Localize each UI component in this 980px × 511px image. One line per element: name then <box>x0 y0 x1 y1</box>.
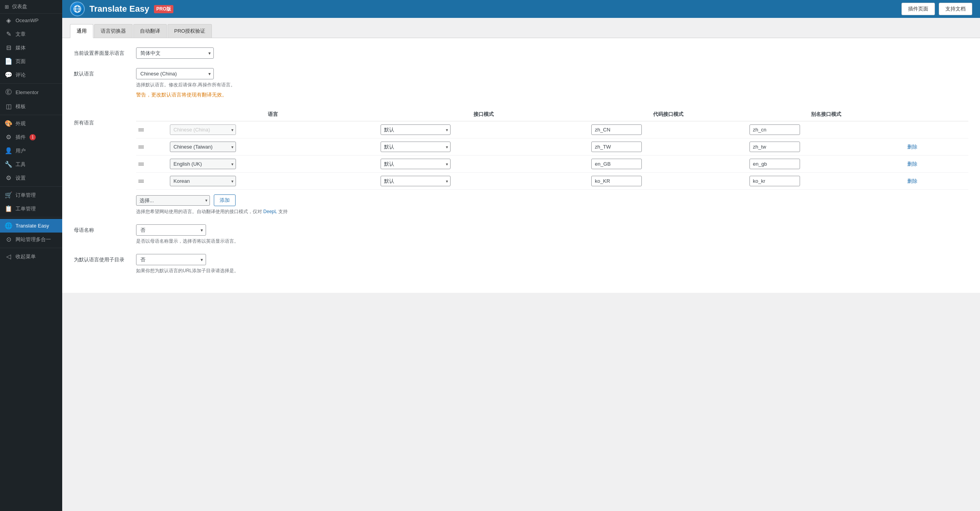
lang-select-wrap-en-gb[interactable]: English (UK) <box>170 159 236 169</box>
default-lang-subdir-select-wrap[interactable]: 否 是 <box>136 254 206 265</box>
sidebar-item-worker[interactable]: 📋 工单管理 <box>0 202 62 215</box>
mode-select-wrap-zh-tw[interactable]: 默认 子目录 域名 <box>381 142 451 152</box>
delete-link-zh-tw[interactable]: 删除 <box>907 144 917 150</box>
code-cell-ko-kr <box>589 173 747 190</box>
users-icon: 👤 <box>5 147 12 154</box>
sidebar-item-oceanwp[interactable]: ◈ OceanWP <box>0 14 62 27</box>
add-lang-hint: 选择您希望网站使用的语言。自动翻译使用的接口模式，仅对 DeepL 支持 <box>136 208 968 215</box>
sidebar-item-comments[interactable]: 💬 评论 <box>0 68 62 82</box>
col-actions <box>905 108 968 121</box>
appearance-icon: 🎨 <box>5 120 12 127</box>
add-lang-select-wrap[interactable]: 选择... <box>136 195 210 206</box>
default-lang-select[interactable]: Chinese (China) Chinese (Taiwan) English… <box>136 68 214 79</box>
sidebar-item-plugins[interactable]: ⚙ 插件 1 <box>0 130 62 144</box>
sidebar-item-users[interactable]: 👤 用户 <box>0 144 62 158</box>
lang-name-cell: Chinese (Taiwan) <box>168 138 378 156</box>
lang-select-wrap-ko-kr[interactable]: Korean <box>170 176 236 186</box>
alias-input-en-gb[interactable] <box>749 159 800 169</box>
display-lang-select[interactable]: 简体中文 English 繁體中文 <box>136 47 214 59</box>
mode-select-ko-kr[interactable]: 默认 子目录 域名 <box>381 176 451 186</box>
native-name-select-wrap[interactable]: 否 是 <box>136 224 206 236</box>
support-doc-button[interactable]: 支持文档 <box>939 3 972 15</box>
lang-select-en-gb[interactable]: English (UK) <box>170 159 236 169</box>
default-lang-warning: 警告，更改默认语言将使现有翻译无效。 <box>136 91 968 98</box>
alias-input-zh-tw[interactable] <box>749 142 800 152</box>
templates-icon: ◫ <box>5 103 12 110</box>
sidebar-item-label: 用户 <box>16 147 26 154</box>
sidebar-item-posts[interactable]: ✎ 文章 <box>0 27 62 41</box>
mode-select-wrap-ko-kr[interactable]: 默认 子目录 域名 <box>381 176 451 186</box>
orders-icon: 🛒 <box>5 191 12 199</box>
native-name-select[interactable]: 否 是 <box>136 224 206 236</box>
sort-handle-cell <box>136 138 168 156</box>
header-right: 插件页面 支持文档 <box>901 3 972 15</box>
sidebar-item-label: 文章 <box>16 31 26 38</box>
deepl-link[interactable]: DeepL <box>263 209 277 214</box>
sort-handle-cell <box>136 156 168 173</box>
header-title: Translate Easy <box>89 4 149 14</box>
sidebar-item-templates[interactable]: ◫ 模板 <box>0 100 62 113</box>
lang-select-zh-cn: Chinese (China) <box>170 124 236 135</box>
sidebar-item-media[interactable]: ⊟ 媒体 <box>0 41 62 54</box>
sort-handle[interactable] <box>138 163 165 166</box>
delete-link-ko-kr[interactable]: 删除 <box>907 178 917 184</box>
mode-select-wrap-en-gb[interactable]: 默认 子目录 域名 <box>381 159 451 169</box>
lang-select-zh-tw[interactable]: Chinese (Taiwan) <box>170 142 236 152</box>
all-languages-control: 语言 接口模式 代码接口模式 别名接口模式 <box>136 108 968 215</box>
code-input-zh-tw <box>591 142 642 152</box>
tab-pro-auth[interactable]: PRO授权验证 <box>168 24 212 38</box>
plugins-badge: 1 <box>30 134 36 140</box>
site-manager-icon: ⊙ <box>5 236 12 243</box>
all-languages-row: 所有语言 语言 接口模式 代码接口模式 别名接口模式 <box>74 108 968 215</box>
mode-select-en-gb[interactable]: 默认 子目录 域名 <box>381 159 451 169</box>
delete-link-en-gb[interactable]: 删除 <box>907 161 917 167</box>
sidebar-item-pages[interactable]: 📄 页面 <box>0 54 62 68</box>
sidebar-item-settings[interactable]: ⚙ 设置 <box>0 171 62 185</box>
lang-select-ko-kr[interactable]: Korean <box>170 176 236 186</box>
alias-cell-zh-tw <box>747 138 905 156</box>
dashboard-icon: ⊞ <box>5 4 9 10</box>
mode-select-wrap-zh-cn[interactable]: 默认 子目录 域名 <box>381 124 451 135</box>
sidebar-item-label: 网站管理多合一 <box>16 236 51 243</box>
tab-general[interactable]: 通用 <box>70 24 93 38</box>
mode-cell: 默认 子目录 域名 <box>378 138 589 156</box>
default-lang-select-wrap[interactable]: Chinese (China) Chinese (Taiwan) English… <box>136 68 214 79</box>
add-lang-button[interactable]: 添加 <box>214 194 236 206</box>
sidebar-item-translate-easy[interactable]: 🌐 Translate Easy <box>0 219 62 233</box>
mode-cell: 默认 子目录 域名 <box>378 121 589 138</box>
mode-select-zh-cn[interactable]: 默认 子目录 域名 <box>381 124 451 135</box>
collapse-icon: ◁ <box>5 253 12 260</box>
add-lang-select[interactable]: 选择... <box>136 195 210 206</box>
plugin-page-button[interactable]: 插件页面 <box>901 3 935 15</box>
sidebar-item-appearance[interactable]: 🎨 外观 <box>0 117 62 130</box>
code-cell-zh-tw <box>589 138 747 156</box>
main-content: Translate Easy PRO版 插件页面 支持文档 通用 语言切换器 自… <box>62 0 980 511</box>
sidebar-item-label: 外观 <box>16 120 26 127</box>
top-header: Translate Easy PRO版 插件页面 支持文档 <box>62 0 980 18</box>
default-lang-row: 默认语言 Chinese (China) Chinese (Taiwan) En… <box>74 68 968 98</box>
sidebar-item-elementor[interactable]: Ⓔ Elementor <box>0 85 62 100</box>
sort-handle[interactable] <box>138 180 165 183</box>
default-lang-subdir-control: 否 是 如果你想为默认语言的URL添加子目录请选择是。 <box>136 254 968 274</box>
header-left: Translate Easy PRO版 <box>70 2 173 16</box>
sidebar-item-tools[interactable]: 🔧 工具 <box>0 158 62 171</box>
display-lang-select-wrap[interactable]: 简体中文 English 繁體中文 <box>136 47 214 59</box>
sidebar-item-collapse[interactable]: ◁ 收起菜单 <box>0 250 62 263</box>
sidebar-item-label: OceanWP <box>16 18 38 23</box>
tab-auto-translate[interactable]: 自动翻译 <box>133 24 167 38</box>
sidebar-item-site-manager[interactable]: ⊙ 网站管理多合一 <box>0 233 62 246</box>
lang-select-wrap-zh-tw[interactable]: Chinese (Taiwan) <box>170 142 236 152</box>
native-name-hint: 是否以母语名称显示，选择否将以英语显示语言。 <box>136 238 968 245</box>
alias-input-zh-cn[interactable] <box>749 124 800 135</box>
alias-input-ko-kr[interactable] <box>749 176 800 186</box>
sort-handle[interactable] <box>138 145 165 149</box>
default-lang-subdir-select[interactable]: 否 是 <box>136 254 206 265</box>
mode-select-zh-tw[interactable]: 默认 子目录 域名 <box>381 142 451 152</box>
actions-cell-zh-cn <box>905 121 968 138</box>
alias-cell-ko-kr <box>747 173 905 190</box>
col-sort <box>136 108 168 121</box>
sidebar-item-orders[interactable]: 🛒 订单管理 <box>0 188 62 202</box>
media-icon: ⊟ <box>5 44 12 51</box>
tab-lang-switcher[interactable]: 语言切换器 <box>94 24 133 38</box>
sort-handle[interactable] <box>138 128 165 131</box>
